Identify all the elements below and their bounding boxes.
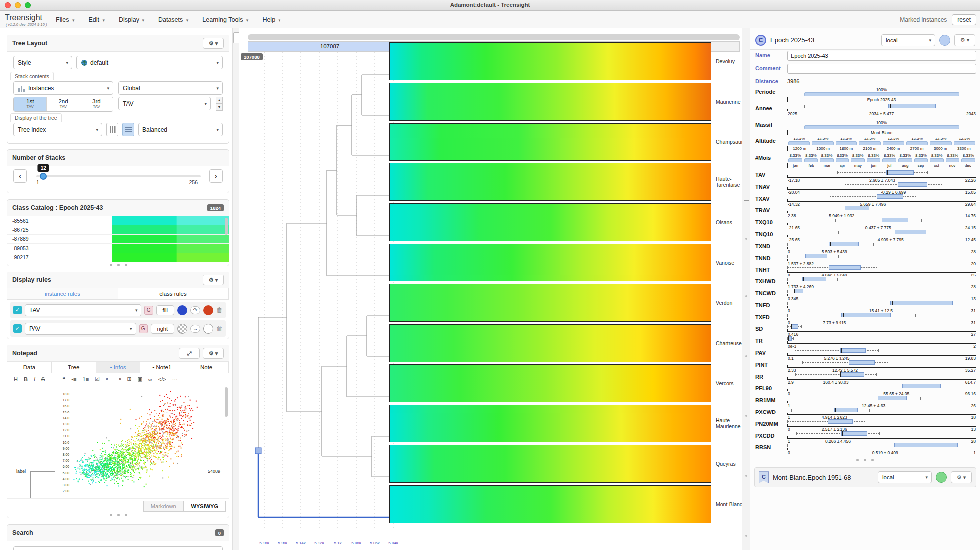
rule-start-color[interactable] [177,305,187,315]
notepad-pager[interactable] [7,514,229,516]
format-icon-[interactable]: ⊞ [124,375,134,383]
variable-stepper[interactable]: ▲▼ [216,97,223,110]
heatmap-stack-mont-blanc[interactable] [389,485,711,523]
class-color-swatch[interactable] [936,472,947,483]
menu-learning-tools[interactable]: Learning Tools ▾ [196,14,254,25]
menu-display[interactable]: Display ▾ [113,14,150,25]
format-icon-[interactable]: ∞ [146,375,155,383]
instances-select[interactable]: Instances▾ [13,81,113,95]
rule-group-button[interactable]: G [139,324,148,333]
search-input[interactable] [13,546,223,550]
menu-datasets[interactable]: Datasets ▾ [152,14,194,25]
heatmap-stack-maurienne[interactable] [389,83,711,121]
heatmap-stack-devoluy[interactable] [389,42,711,80]
rule-group-button[interactable]: G [144,306,153,315]
notepad-tab-Infos[interactable]: • Infos [96,362,140,373]
trash-icon[interactable]: 🗑 [216,325,223,332]
heatmap-stack-chartreuse[interactable] [389,324,711,362]
catalog-row[interactable]: -86725 [7,225,229,234]
rank-button-3rd[interactable]: 3rdTAV [80,97,113,111]
format-icon-H[interactable]: H [11,375,20,383]
heatmap-stack-verdon[interactable] [389,284,711,322]
heatmap-stack-champsaur[interactable] [389,123,711,161]
format-icon-S[interactable]: S [39,375,47,383]
notepad-tab-Note1[interactable]: • Note1 [140,362,184,373]
theme-select[interactable]: default▾ [76,56,223,69]
left-splitter[interactable] [232,28,239,550]
splitter-grip-icon[interactable] [744,196,749,201]
rule-enabled-checkbox[interactable]: ✓ [13,324,22,333]
notepad-scrollbar[interactable] [225,387,228,417]
trash-icon[interactable]: 🗑 [216,306,223,314]
reset-button[interactable]: reset [952,14,976,25]
comparison-gear-button[interactable]: ⚙▾ [951,471,972,483]
rule-end-color[interactable] [203,324,213,334]
rule-mode-button[interactable]: right [151,324,174,334]
mode-button-wysiwyg[interactable]: WYSIWYG [184,501,226,512]
style-select[interactable]: Style▾ [13,56,72,69]
rule-curve-icon[interactable]: ↷ [190,306,200,314]
format-icon-B[interactable]: B [21,375,30,383]
format-icon-[interactable]: ⇥ [114,375,123,383]
format-icon-[interactable]: ☑ [92,375,102,383]
menu-edit[interactable]: Edit ▾ [82,14,111,25]
format-icon-[interactable]: ⋯ [170,375,180,383]
display-rules-gear-button[interactable]: ⚙▾ [203,275,224,285]
format-icon-[interactable]: ⇤ [103,375,113,383]
mode-button-markdown[interactable]: Markdown [143,501,184,512]
notepad-expand-button[interactable]: ⤢ [179,348,200,359]
rank-button-2nd[interactable]: 2ndTAV [47,97,80,111]
rules-tab-instance-rules[interactable]: instance rules [7,288,118,299]
notepad-tab-Note[interactable]: Note [184,362,229,373]
menu-help[interactable]: Help ▾ [256,14,286,25]
format-icon-[interactable]: ❝ [60,375,68,383]
format-icon-[interactable]: ▣ [135,375,145,383]
format-icon-I[interactable]: I [31,375,38,383]
rules-tab-class-rules[interactable]: class rules [118,288,229,299]
name-input[interactable] [787,51,976,61]
catalog-row[interactable]: -85561 [7,216,229,225]
notepad-content[interactable]: 18.017.016.015.014.013.012.011.010.09.00… [7,385,229,499]
heatmap-stack-oisans[interactable] [389,203,711,241]
heatmap-stack-vanoise[interactable] [389,244,711,281]
stacks-slider-thumb[interactable] [40,173,47,180]
menu-files[interactable]: Files ▾ [50,14,80,25]
notepad-gear-button[interactable]: ⚙▾ [203,348,224,359]
rule-param-select[interactable]: PAV▾ [25,323,136,335]
format-icon-[interactable]: </> [156,375,169,383]
heatmap-stack-haute-tarentaise[interactable] [389,163,711,201]
comparison-class-card[interactable]: C Mont-Blanc.Epoch 1951-68 local▾ ⚙▾ [754,467,976,487]
class-catalog-scrollbar[interactable] [225,218,228,235]
scope-select[interactable]: Global▾ [118,81,223,95]
stacks-increment-button[interactable]: › [209,169,223,183]
variable-select[interactable]: TAV▾ [118,97,211,110]
class-color-swatch[interactable] [939,35,950,46]
tree-index-select[interactable]: Tree index▾ [13,123,102,136]
step-down-icon[interactable]: ▼ [216,104,223,111]
step-up-icon[interactable]: ▲ [216,97,223,104]
catalog-row[interactable]: -87889 [7,235,229,244]
rank-button-1st[interactable]: 1stTAV [14,97,47,111]
notepad-tab-Tree[interactable]: Tree [52,362,96,373]
scope-select[interactable]: local▾ [881,34,935,46]
balance-select[interactable]: Balanced▾ [138,123,223,136]
heatmap-stack-haute-maurienne[interactable] [389,405,711,442]
tree-layout-gear-button[interactable]: ⚙▾ [203,38,224,49]
vertical-layout-toggle[interactable] [106,123,118,136]
inspector-gear-button[interactable]: ⚙▾ [954,34,975,46]
comment-input[interactable] [787,64,976,74]
tree-horizontal-scrollbar[interactable] [248,34,740,40]
rule-end-color[interactable] [203,305,213,315]
stacks-decrement-button[interactable]: ‹ [13,169,27,183]
rule-enabled-checkbox[interactable]: ✓ [13,306,22,314]
heatmap-stack-queyras[interactable] [389,445,711,483]
right-splitter[interactable] [742,28,750,550]
format-icon-[interactable]: — [48,375,59,383]
format-icon-[interactable]: •≡ [69,375,79,383]
rule-param-select[interactable]: TAV▾ [25,304,141,316]
rule-start-color[interactable] [177,324,187,334]
rule-mode-button[interactable]: fill [156,305,174,315]
catalog-row[interactable]: -90217 [7,253,229,262]
class-catalog-pager[interactable] [7,264,229,266]
rule-arrow-icon[interactable]: → [190,325,200,333]
